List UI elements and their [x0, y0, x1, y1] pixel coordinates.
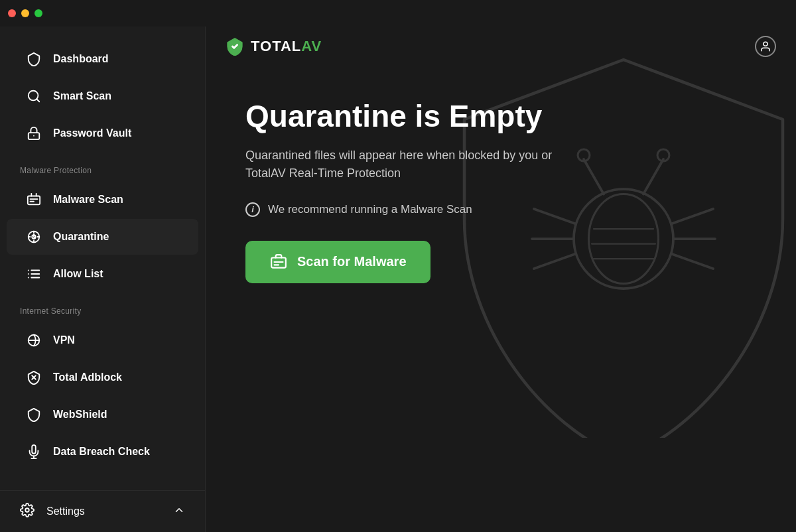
logo: TOTALAV — [226, 37, 322, 56]
recommendation-row: i We recommend running a Malware Scan — [245, 202, 756, 217]
sidebar: Dashboard Smart Scan — [0, 27, 206, 532]
shield-icon — [27, 52, 41, 66]
sidebar-item-smart-scan-label: Smart Scan — [53, 90, 111, 102]
quarantine-icon — [27, 230, 41, 244]
titlebar — [0, 0, 796, 27]
list-icon — [27, 267, 41, 281]
recommendation-text: We recommend running a Malware Scan — [268, 203, 472, 216]
svg-line-1 — [36, 99, 39, 101]
sidebar-item-malware-scan-label: Malware Scan — [53, 194, 123, 206]
sidebar-item-settings[interactable]: Settings — [0, 491, 205, 532]
sidebar-item-vpn[interactable]: VPN — [7, 322, 198, 358]
scan-button-label: Scan for Malware — [297, 254, 407, 269]
sidebar-bottom: Settings — [0, 490, 205, 532]
content-area: Quarantine is Empty Quarantined files wi… — [206, 66, 796, 532]
webshield-icon — [27, 407, 41, 422]
sidebar-item-total-adblock-label: Total Adblock — [53, 371, 122, 383]
logo-av: AV — [301, 38, 322, 54]
svg-rect-4 — [28, 196, 40, 205]
sidebar-item-allow-list[interactable]: Allow List — [7, 256, 198, 292]
scan-icon — [27, 192, 41, 207]
logo-text: TOTALAV — [251, 38, 322, 55]
sidebar-item-dashboard-label: Dashboard — [53, 53, 109, 65]
sidebar-item-password-vault-label: Password Vault — [53, 127, 131, 139]
main-content: TOTALAV — [206, 27, 796, 532]
sidebar-nav: Dashboard Smart Scan — [0, 27, 205, 490]
app-container: Dashboard Smart Scan — [0, 27, 796, 532]
traffic-lights — [8, 9, 42, 17]
vpn-icon — [27, 333, 41, 348]
minimize-button[interactable] — [21, 9, 29, 17]
svg-point-26 — [25, 508, 29, 512]
quarantine-description: Quarantined files will appear here when … — [245, 147, 577, 182]
breach-icon — [27, 444, 41, 459]
sidebar-item-data-breach-label: Data Breach Check — [53, 446, 150, 458]
info-icon: i — [245, 202, 260, 217]
svg-point-3 — [33, 135, 34, 137]
password-icon — [27, 126, 41, 141]
settings-label: Settings — [46, 505, 85, 517]
sidebar-item-quarantine[interactable]: Quarantine — [7, 219, 198, 255]
settings-icon — [20, 503, 34, 520]
maximize-button[interactable] — [34, 9, 42, 17]
sidebar-item-webshield-label: WebShield — [53, 409, 107, 421]
scan-for-malware-button[interactable]: Scan for Malware — [245, 241, 431, 283]
logo-shield-icon — [226, 37, 244, 56]
chevron-up-icon — [173, 504, 185, 519]
internet-security-section-label: Internet Security — [0, 293, 205, 321]
sidebar-item-quarantine-label: Quarantine — [53, 231, 109, 243]
sidebar-item-smart-scan[interactable]: Smart Scan — [7, 78, 198, 114]
close-button[interactable] — [8, 9, 16, 17]
sidebar-item-password-vault[interactable]: Password Vault — [7, 115, 198, 151]
sidebar-item-dashboard[interactable]: Dashboard — [7, 41, 198, 77]
settings-left: Settings — [20, 503, 85, 520]
adblock-icon — [27, 370, 41, 385]
logo-total: TOTAL — [251, 38, 301, 54]
sidebar-item-allow-list-label: Allow List — [53, 268, 103, 280]
sidebar-item-vpn-label: VPN — [53, 334, 75, 346]
search-icon — [27, 89, 41, 103]
sidebar-item-data-breach[interactable]: Data Breach Check — [7, 434, 198, 470]
sidebar-item-webshield[interactable]: WebShield — [7, 397, 198, 432]
sidebar-item-total-adblock[interactable]: Total Adblock — [7, 360, 198, 395]
malware-scan-button-icon — [270, 253, 287, 271]
scan-button-icon — [269, 253, 288, 271]
quarantine-title: Quarantine is Empty — [245, 100, 756, 133]
malware-protection-section-label: Malware Protection — [0, 153, 205, 180]
sidebar-item-malware-scan[interactable]: Malware Scan — [7, 182, 198, 218]
